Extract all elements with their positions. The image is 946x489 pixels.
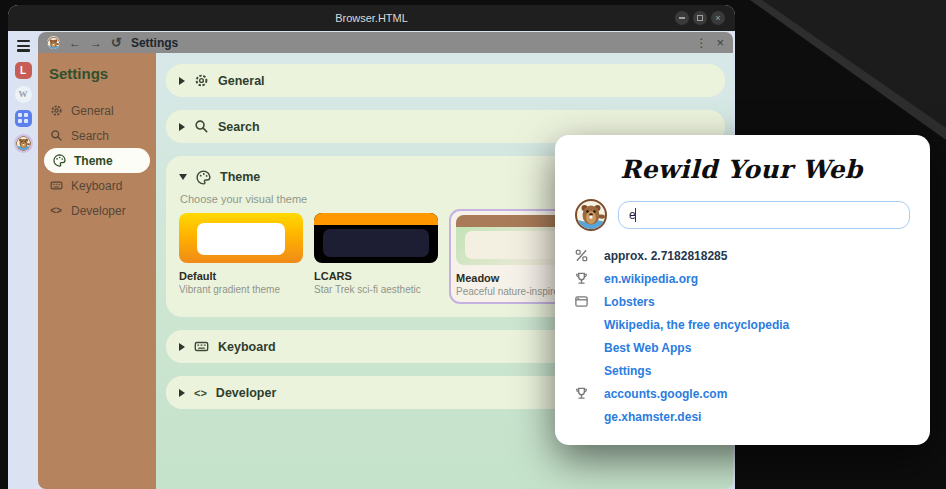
search-icon bbox=[49, 129, 63, 142]
sidebar-item-developer[interactable]: <> Developer bbox=[49, 198, 152, 223]
suggestion-row[interactable]: accounts.google.com bbox=[573, 382, 910, 405]
chevron-down-icon bbox=[179, 174, 187, 180]
search-input[interactable] bbox=[618, 201, 910, 229]
wikipedia-icon[interactable]: W bbox=[15, 86, 32, 103]
settings-sidebar: Settings General Search Theme bbox=[38, 53, 156, 489]
suggestion-row[interactable]: Wikipedia, the free encyclopedia bbox=[573, 313, 910, 336]
lobsters-icon[interactable]: L bbox=[15, 62, 32, 79]
awesomebar-popup: Rewild Your Web approx. 2.7182818285 en.… bbox=[555, 135, 930, 445]
window-controls: × bbox=[675, 11, 725, 25]
popup-title: Rewild Your Web bbox=[573, 155, 910, 184]
minimize-icon bbox=[679, 17, 685, 19]
window-titlebar: Browser.HTML × bbox=[8, 5, 735, 31]
close-window-button[interactable]: × bbox=[711, 11, 725, 25]
chevron-right-icon bbox=[179, 77, 185, 85]
desktop: Browser.HTML × L W bbox=[0, 0, 946, 489]
suggestion-list: approx. 2.7182818285 en.wikipedia.org Lo… bbox=[573, 244, 910, 428]
search-icon bbox=[194, 119, 209, 134]
browser-logo-icon bbox=[47, 36, 60, 49]
theme-preview-lcars bbox=[314, 213, 438, 263]
page-title: Settings bbox=[131, 36, 178, 50]
profile-avatar[interactable] bbox=[14, 134, 33, 153]
minimize-button[interactable] bbox=[675, 11, 689, 25]
sidebar-item-keyboard[interactable]: Keyboard bbox=[49, 173, 152, 198]
gear-icon bbox=[194, 73, 209, 88]
apps-grid-icon[interactable] bbox=[15, 110, 32, 127]
trophy-icon bbox=[573, 271, 589, 286]
gear-icon bbox=[49, 104, 63, 117]
text-caret bbox=[635, 208, 636, 222]
maximize-icon bbox=[697, 15, 703, 21]
suggestion-row[interactable]: Best Web Apps bbox=[573, 336, 910, 359]
theme-card-default[interactable]: Default Vibrant gradient theme bbox=[179, 213, 303, 304]
percent-icon bbox=[573, 248, 589, 263]
code-icon: <> bbox=[49, 205, 63, 216]
theme-card-lcars[interactable]: LCARS Star Trek sci-fi aesthetic bbox=[314, 213, 438, 304]
section-general[interactable]: General bbox=[166, 64, 725, 97]
suggestion-row[interactable]: ge.xhamster.desi bbox=[573, 405, 910, 428]
forward-icon[interactable]: → bbox=[90, 37, 102, 49]
back-icon[interactable]: ← bbox=[69, 37, 81, 49]
chevron-right-icon bbox=[179, 343, 185, 351]
suggestion-row[interactable]: approx. 2.7182818285 bbox=[573, 244, 910, 267]
keyboard-icon bbox=[194, 339, 209, 354]
maximize-button[interactable] bbox=[693, 11, 707, 25]
settings-heading: Settings bbox=[49, 65, 152, 82]
palette-icon bbox=[52, 154, 66, 167]
close-icon: × bbox=[715, 14, 720, 23]
palette-icon bbox=[196, 170, 211, 185]
code-icon: <> bbox=[194, 387, 207, 399]
reload-icon[interactable]: ↺ bbox=[111, 36, 122, 49]
sidebar-item-general[interactable]: General bbox=[49, 98, 152, 123]
suggestion-row[interactable]: Settings bbox=[573, 359, 910, 382]
search-row bbox=[575, 199, 910, 231]
sidebar-item-theme[interactable]: Theme bbox=[44, 148, 150, 173]
sidebar-item-search[interactable]: Search bbox=[49, 123, 152, 148]
left-rail: L W bbox=[8, 31, 38, 489]
close-tab-icon[interactable]: × bbox=[716, 36, 724, 49]
beaver-avatar bbox=[575, 199, 607, 231]
browser-toolbar: ← → ↺ Settings ⋮ × bbox=[38, 32, 733, 53]
chevron-right-icon bbox=[179, 123, 185, 131]
theme-preview-default bbox=[179, 213, 303, 263]
overflow-menu-icon[interactable]: ⋮ bbox=[695, 37, 707, 49]
trophy-icon bbox=[573, 386, 589, 401]
window-title: Browser.HTML bbox=[335, 12, 408, 24]
suggestion-row[interactable]: en.wikipedia.org bbox=[573, 267, 910, 290]
suggestion-row[interactable]: Lobsters bbox=[573, 290, 910, 313]
chevron-right-icon bbox=[179, 389, 185, 397]
tab-icon bbox=[573, 294, 589, 309]
keyboard-icon bbox=[49, 179, 63, 192]
menu-icon[interactable] bbox=[17, 38, 30, 55]
